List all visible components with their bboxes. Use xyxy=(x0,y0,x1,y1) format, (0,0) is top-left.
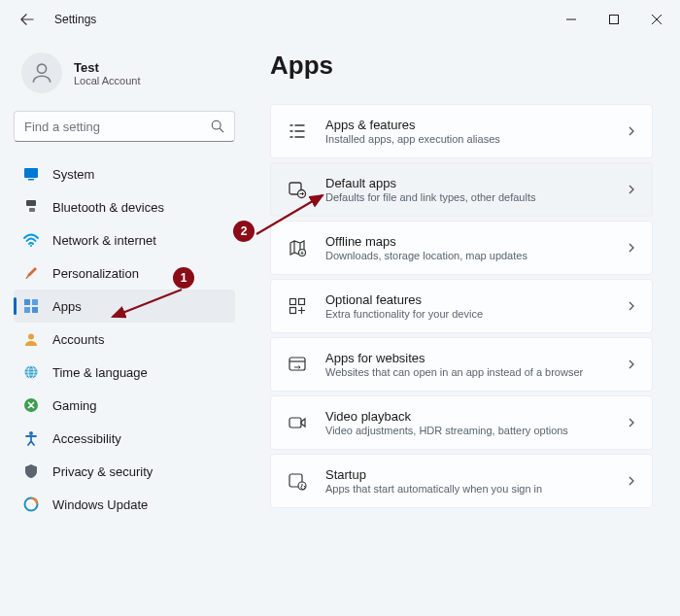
sidebar-item-label: Accessibility xyxy=(52,431,121,446)
chevron-right-icon xyxy=(627,418,636,428)
chevron-right-icon xyxy=(627,243,636,253)
svg-rect-8 xyxy=(24,299,30,305)
user-profile[interactable]: Test Local Account xyxy=(14,47,235,111)
sidebar-item-label: Bluetooth & devices xyxy=(52,200,164,215)
svg-rect-3 xyxy=(24,168,38,178)
svg-point-12 xyxy=(28,334,34,340)
annotation-badge-1: 1 xyxy=(173,267,194,289)
card-title: Default apps xyxy=(325,176,609,190)
sidebar-item-label: System xyxy=(52,167,94,182)
close-button[interactable] xyxy=(635,5,678,34)
card-title: Startup xyxy=(325,467,609,482)
paintbrush-icon xyxy=(23,265,39,281)
card-subtitle: Extra functionality for your device xyxy=(325,308,609,320)
globe-icon xyxy=(23,364,39,380)
card-title: Optional features xyxy=(325,292,609,307)
card-apps-features[interactable]: Apps & features Installed apps, app exec… xyxy=(270,104,653,158)
sidebar-item-time-language[interactable]: Time & language xyxy=(14,356,235,389)
maximize-button[interactable] xyxy=(593,5,635,34)
card-apps-for-websites[interactable]: Apps for websites Websites that can open… xyxy=(270,337,653,392)
card-video-playback[interactable]: Video playback Video adjustments, HDR st… xyxy=(270,395,653,450)
accounts-icon xyxy=(23,331,39,347)
sidebar-item-label: Time & language xyxy=(52,365,148,380)
svg-rect-24 xyxy=(289,358,305,370)
page-title: Apps xyxy=(270,51,653,81)
svg-rect-0 xyxy=(610,16,619,24)
video-icon xyxy=(287,412,308,433)
card-title: Offline maps xyxy=(325,234,609,249)
sidebar-item-label: Network & internet xyxy=(52,233,156,248)
sidebar-item-network[interactable]: Network & internet xyxy=(14,223,235,257)
minimize-button[interactable] xyxy=(550,5,593,34)
chevron-right-icon xyxy=(627,359,636,369)
user-account-type: Local Account xyxy=(74,75,141,86)
svg-rect-10 xyxy=(24,307,30,313)
chevron-right-icon xyxy=(627,126,636,136)
svg-rect-22 xyxy=(299,299,305,305)
apps-icon xyxy=(23,298,39,314)
sidebar-item-label: Gaming xyxy=(52,398,97,413)
card-title: Video playback xyxy=(325,409,609,424)
chevron-right-icon xyxy=(627,476,636,486)
person-icon xyxy=(29,60,54,86)
card-subtitle: Apps that start automatically when you s… xyxy=(325,483,609,495)
card-title: Apps & features xyxy=(325,118,609,132)
svg-rect-5 xyxy=(26,200,36,206)
chevron-right-icon xyxy=(627,185,636,194)
card-default-apps[interactable]: Default apps Defaults for file and link … xyxy=(270,162,653,217)
default-apps-icon xyxy=(287,179,308,200)
sidebar-item-system[interactable]: System xyxy=(14,157,235,190)
search-icon xyxy=(211,120,224,133)
arrow-left-icon xyxy=(20,13,34,26)
apps-websites-icon xyxy=(287,354,308,375)
user-name: Test xyxy=(74,60,141,75)
sidebar-item-label: Apps xyxy=(52,299,82,314)
sidebar-item-label: Personalization xyxy=(52,266,139,281)
card-subtitle: Defaults for file and link types, other … xyxy=(325,191,609,203)
svg-rect-9 xyxy=(32,299,38,305)
svg-rect-6 xyxy=(29,208,35,212)
card-subtitle: Websites that can open in an app instead… xyxy=(325,366,609,378)
annotation-badge-2: 2 xyxy=(233,221,255,242)
sidebar-item-privacy[interactable]: Privacy & security xyxy=(14,455,235,488)
svg-point-7 xyxy=(30,245,32,247)
sidebar-item-label: Accounts xyxy=(52,332,104,347)
sidebar-nav: System Bluetooth & devices Network & int… xyxy=(14,157,235,521)
svg-point-1 xyxy=(37,64,46,73)
svg-rect-4 xyxy=(28,179,34,181)
card-startup[interactable]: Startup Apps that start automatically wh… xyxy=(270,454,653,508)
card-title: Apps for websites xyxy=(325,351,609,365)
bluetooth-icon xyxy=(23,199,39,215)
sidebar-item-windows-update[interactable]: Windows Update xyxy=(14,488,235,521)
shield-icon xyxy=(23,463,39,479)
system-icon xyxy=(23,166,39,182)
svg-rect-23 xyxy=(290,308,296,314)
wifi-icon xyxy=(23,232,39,248)
svg-rect-11 xyxy=(32,307,38,313)
close-icon xyxy=(652,15,662,24)
svg-point-2 xyxy=(212,120,221,129)
sidebar-item-apps[interactable]: Apps xyxy=(14,290,235,323)
svg-rect-21 xyxy=(290,299,296,305)
sidebar-item-bluetooth[interactable]: Bluetooth & devices xyxy=(14,190,235,223)
maximize-icon xyxy=(609,15,619,24)
list-icon xyxy=(287,120,308,142)
window-title: Settings xyxy=(54,13,96,26)
optional-features-icon xyxy=(287,295,308,317)
gaming-icon xyxy=(23,397,39,413)
sidebar-item-accessibility[interactable]: Accessibility xyxy=(14,422,235,455)
sidebar-item-personalization[interactable]: Personalization xyxy=(14,257,235,290)
sidebar-item-label: Privacy & security xyxy=(52,464,153,479)
search-input-container[interactable] xyxy=(14,111,235,142)
card-offline-maps[interactable]: Offline maps Downloads, storage location… xyxy=(270,221,653,275)
startup-icon xyxy=(287,470,308,492)
card-subtitle: Installed apps, app execution aliases xyxy=(325,133,609,145)
sidebar-item-gaming[interactable]: Gaming xyxy=(14,389,235,422)
sidebar-item-accounts[interactable]: Accounts xyxy=(14,323,235,356)
search-input[interactable] xyxy=(24,120,211,134)
card-optional-features[interactable]: Optional features Extra functionality fo… xyxy=(270,279,653,333)
back-button[interactable] xyxy=(14,6,41,33)
card-subtitle: Video adjustments, HDR streaming, batter… xyxy=(325,425,609,436)
map-icon xyxy=(287,237,308,258)
accessibility-icon xyxy=(23,430,39,446)
